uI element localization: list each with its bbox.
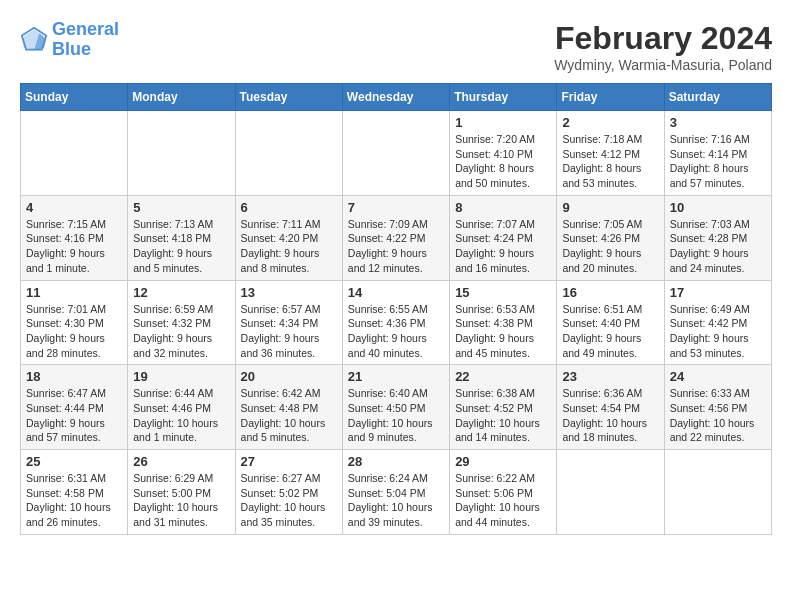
- cell-info-text: Sunrise: 6:22 AM Sunset: 5:06 PM Dayligh…: [455, 471, 551, 530]
- calendar-cell: 20Sunrise: 6:42 AM Sunset: 4:48 PM Dayli…: [235, 365, 342, 450]
- weekday-header: Tuesday: [235, 84, 342, 111]
- logo: General Blue: [20, 20, 119, 60]
- logo-icon: [20, 26, 48, 54]
- calendar-cell: [235, 111, 342, 196]
- cell-day-number: 8: [455, 200, 551, 215]
- weekday-header: Wednesday: [342, 84, 449, 111]
- cell-day-number: 18: [26, 369, 122, 384]
- calendar-cell: [557, 450, 664, 535]
- calendar-row: 4Sunrise: 7:15 AM Sunset: 4:16 PM Daylig…: [21, 195, 772, 280]
- calendar-cell: 5Sunrise: 7:13 AM Sunset: 4:18 PM Daylig…: [128, 195, 235, 280]
- calendar-cell: 4Sunrise: 7:15 AM Sunset: 4:16 PM Daylig…: [21, 195, 128, 280]
- logo-line1: General: [52, 19, 119, 39]
- cell-info-text: Sunrise: 7:09 AM Sunset: 4:22 PM Dayligh…: [348, 217, 444, 276]
- calendar-cell: [21, 111, 128, 196]
- calendar-row: 25Sunrise: 6:31 AM Sunset: 4:58 PM Dayli…: [21, 450, 772, 535]
- cell-day-number: 1: [455, 115, 551, 130]
- cell-day-number: 21: [348, 369, 444, 384]
- cell-day-number: 15: [455, 285, 551, 300]
- cell-day-number: 4: [26, 200, 122, 215]
- calendar-cell: 23Sunrise: 6:36 AM Sunset: 4:54 PM Dayli…: [557, 365, 664, 450]
- cell-day-number: 5: [133, 200, 229, 215]
- cell-day-number: 20: [241, 369, 337, 384]
- cell-day-number: 17: [670, 285, 766, 300]
- weekday-header-row: SundayMondayTuesdayWednesdayThursdayFrid…: [21, 84, 772, 111]
- location: Wydminy, Warmia-Masuria, Poland: [554, 57, 772, 73]
- cell-day-number: 26: [133, 454, 229, 469]
- cell-info-text: Sunrise: 7:11 AM Sunset: 4:20 PM Dayligh…: [241, 217, 337, 276]
- calendar-cell: 27Sunrise: 6:27 AM Sunset: 5:02 PM Dayli…: [235, 450, 342, 535]
- cell-info-text: Sunrise: 6:42 AM Sunset: 4:48 PM Dayligh…: [241, 386, 337, 445]
- cell-info-text: Sunrise: 6:51 AM Sunset: 4:40 PM Dayligh…: [562, 302, 658, 361]
- calendar-cell: 14Sunrise: 6:55 AM Sunset: 4:36 PM Dayli…: [342, 280, 449, 365]
- calendar-cell: 16Sunrise: 6:51 AM Sunset: 4:40 PM Dayli…: [557, 280, 664, 365]
- cell-info-text: Sunrise: 7:03 AM Sunset: 4:28 PM Dayligh…: [670, 217, 766, 276]
- calendar-cell: 2Sunrise: 7:18 AM Sunset: 4:12 PM Daylig…: [557, 111, 664, 196]
- cell-info-text: Sunrise: 6:24 AM Sunset: 5:04 PM Dayligh…: [348, 471, 444, 530]
- cell-info-text: Sunrise: 7:01 AM Sunset: 4:30 PM Dayligh…: [26, 302, 122, 361]
- cell-day-number: 14: [348, 285, 444, 300]
- calendar-cell: 17Sunrise: 6:49 AM Sunset: 4:42 PM Dayli…: [664, 280, 771, 365]
- weekday-header: Monday: [128, 84, 235, 111]
- calendar-cell: 13Sunrise: 6:57 AM Sunset: 4:34 PM Dayli…: [235, 280, 342, 365]
- cell-info-text: Sunrise: 6:44 AM Sunset: 4:46 PM Dayligh…: [133, 386, 229, 445]
- weekday-header: Friday: [557, 84, 664, 111]
- cell-info-text: Sunrise: 6:49 AM Sunset: 4:42 PM Dayligh…: [670, 302, 766, 361]
- cell-info-text: Sunrise: 6:27 AM Sunset: 5:02 PM Dayligh…: [241, 471, 337, 530]
- cell-info-text: Sunrise: 6:33 AM Sunset: 4:56 PM Dayligh…: [670, 386, 766, 445]
- title-section: February 2024 Wydminy, Warmia-Masuria, P…: [554, 20, 772, 73]
- logo-text: General Blue: [52, 20, 119, 60]
- calendar-cell: [664, 450, 771, 535]
- cell-info-text: Sunrise: 7:16 AM Sunset: 4:14 PM Dayligh…: [670, 132, 766, 191]
- calendar-cell: 1Sunrise: 7:20 AM Sunset: 4:10 PM Daylig…: [450, 111, 557, 196]
- calendar-cell: 29Sunrise: 6:22 AM Sunset: 5:06 PM Dayli…: [450, 450, 557, 535]
- logo-line2: Blue: [52, 39, 91, 59]
- calendar-row: 1Sunrise: 7:20 AM Sunset: 4:10 PM Daylig…: [21, 111, 772, 196]
- cell-info-text: Sunrise: 7:07 AM Sunset: 4:24 PM Dayligh…: [455, 217, 551, 276]
- calendar-cell: [342, 111, 449, 196]
- cell-info-text: Sunrise: 6:29 AM Sunset: 5:00 PM Dayligh…: [133, 471, 229, 530]
- calendar-cell: 28Sunrise: 6:24 AM Sunset: 5:04 PM Dayli…: [342, 450, 449, 535]
- cell-info-text: Sunrise: 6:40 AM Sunset: 4:50 PM Dayligh…: [348, 386, 444, 445]
- cell-day-number: 2: [562, 115, 658, 130]
- calendar-row: 11Sunrise: 7:01 AM Sunset: 4:30 PM Dayli…: [21, 280, 772, 365]
- cell-day-number: 9: [562, 200, 658, 215]
- cell-day-number: 27: [241, 454, 337, 469]
- cell-info-text: Sunrise: 6:31 AM Sunset: 4:58 PM Dayligh…: [26, 471, 122, 530]
- page-header: General Blue February 2024 Wydminy, Warm…: [20, 20, 772, 73]
- cell-info-text: Sunrise: 6:57 AM Sunset: 4:34 PM Dayligh…: [241, 302, 337, 361]
- cell-day-number: 12: [133, 285, 229, 300]
- calendar-cell: 11Sunrise: 7:01 AM Sunset: 4:30 PM Dayli…: [21, 280, 128, 365]
- calendar-cell: [128, 111, 235, 196]
- cell-day-number: 29: [455, 454, 551, 469]
- cell-day-number: 28: [348, 454, 444, 469]
- cell-day-number: 10: [670, 200, 766, 215]
- calendar-cell: 12Sunrise: 6:59 AM Sunset: 4:32 PM Dayli…: [128, 280, 235, 365]
- cell-info-text: Sunrise: 6:38 AM Sunset: 4:52 PM Dayligh…: [455, 386, 551, 445]
- cell-info-text: Sunrise: 7:15 AM Sunset: 4:16 PM Dayligh…: [26, 217, 122, 276]
- cell-info-text: Sunrise: 6:36 AM Sunset: 4:54 PM Dayligh…: [562, 386, 658, 445]
- calendar-cell: 22Sunrise: 6:38 AM Sunset: 4:52 PM Dayli…: [450, 365, 557, 450]
- calendar-cell: 21Sunrise: 6:40 AM Sunset: 4:50 PM Dayli…: [342, 365, 449, 450]
- calendar-row: 18Sunrise: 6:47 AM Sunset: 4:44 PM Dayli…: [21, 365, 772, 450]
- cell-day-number: 6: [241, 200, 337, 215]
- cell-day-number: 24: [670, 369, 766, 384]
- cell-info-text: Sunrise: 6:55 AM Sunset: 4:36 PM Dayligh…: [348, 302, 444, 361]
- cell-info-text: Sunrise: 7:18 AM Sunset: 4:12 PM Dayligh…: [562, 132, 658, 191]
- cell-info-text: Sunrise: 6:47 AM Sunset: 4:44 PM Dayligh…: [26, 386, 122, 445]
- cell-day-number: 11: [26, 285, 122, 300]
- cell-info-text: Sunrise: 6:53 AM Sunset: 4:38 PM Dayligh…: [455, 302, 551, 361]
- calendar-cell: 7Sunrise: 7:09 AM Sunset: 4:22 PM Daylig…: [342, 195, 449, 280]
- cell-day-number: 23: [562, 369, 658, 384]
- cell-day-number: 13: [241, 285, 337, 300]
- weekday-header: Saturday: [664, 84, 771, 111]
- month-year: February 2024: [554, 20, 772, 57]
- calendar-cell: 6Sunrise: 7:11 AM Sunset: 4:20 PM Daylig…: [235, 195, 342, 280]
- cell-day-number: 7: [348, 200, 444, 215]
- cell-day-number: 16: [562, 285, 658, 300]
- calendar-table: SundayMondayTuesdayWednesdayThursdayFrid…: [20, 83, 772, 535]
- calendar-cell: 3Sunrise: 7:16 AM Sunset: 4:14 PM Daylig…: [664, 111, 771, 196]
- cell-day-number: 3: [670, 115, 766, 130]
- cell-info-text: Sunrise: 7:05 AM Sunset: 4:26 PM Dayligh…: [562, 217, 658, 276]
- weekday-header: Sunday: [21, 84, 128, 111]
